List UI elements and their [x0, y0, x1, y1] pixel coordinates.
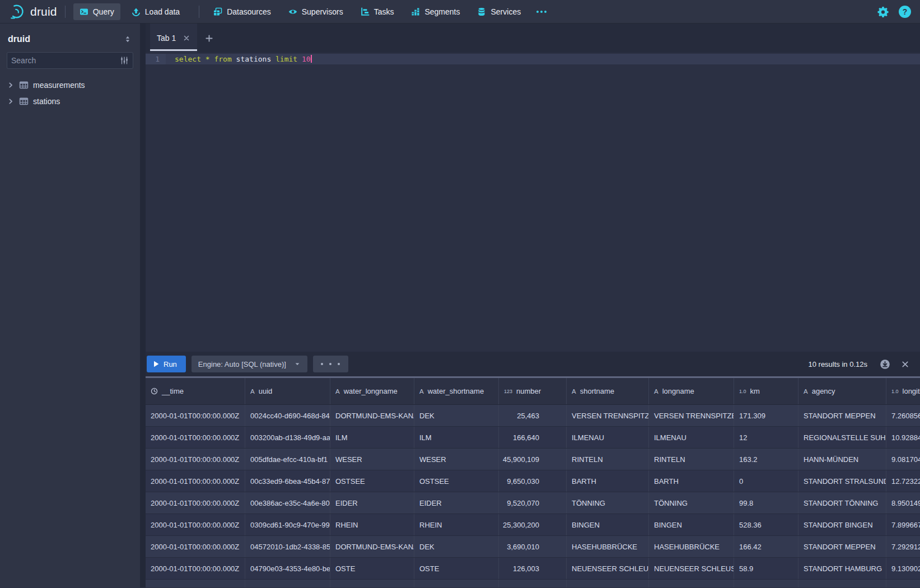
- column-header-number[interactable]: 123number: [499, 378, 567, 404]
- table-cell[interactable]: RHEIN: [330, 514, 414, 535]
- table-cell[interactable]: BINGEN: [649, 514, 734, 535]
- engine-select-button[interactable]: Engine: Auto [SQL (native)]: [192, 356, 307, 372]
- table-cell[interactable]: TÖNNING: [567, 492, 649, 514]
- column-header-shortname[interactable]: Ashortname: [567, 378, 649, 404]
- nav-item-supervisors[interactable]: Supervisors: [282, 3, 349, 20]
- chevron-right-icon[interactable]: [7, 97, 15, 105]
- table-cell[interactable]: HASEHUBBRÜCKE: [567, 536, 649, 557]
- table-cell[interactable]: DEK: [414, 405, 499, 426]
- table-cell[interactable]: 005dfdae-efcc-410a-bf1: [245, 449, 330, 470]
- table-cell[interactable]: [414, 580, 499, 587]
- nav-item-datasources[interactable]: Datasources: [207, 3, 277, 20]
- nav-item-tasks[interactable]: Tasks: [354, 3, 400, 20]
- column-header-longitude[interactable]: 1.0longitude: [886, 378, 920, 404]
- table-cell[interactable]: 58.9: [734, 558, 798, 579]
- table-cell[interactable]: EIDER: [414, 492, 499, 514]
- run-button[interactable]: Run: [147, 356, 186, 372]
- nav-item-services[interactable]: Services: [471, 3, 527, 20]
- table-cell[interactable]: WESER: [414, 449, 499, 470]
- column-header-uuid[interactable]: Auuid: [245, 378, 330, 404]
- table-cell[interactable]: 12.723226: [886, 470, 920, 492]
- table-cell[interactable]: RHEIN: [414, 514, 499, 535]
- query-more-button[interactable]: [313, 356, 348, 372]
- table-cell[interactable]: 2000-01-01T00:00:00.000Z: [146, 514, 245, 535]
- table-cell[interactable]: DORTMUND-EMS-KANAL: [330, 405, 414, 426]
- nav-item-segments[interactable]: Segments: [405, 3, 466, 20]
- table-cell[interactable]: RINTELN: [567, 449, 649, 470]
- table-cell[interactable]: 2000-01-01T00:00:00.000Z: [146, 405, 245, 426]
- table-cell[interactable]: ILM: [330, 427, 414, 448]
- table-cell[interactable]: TÖNNING: [649, 492, 734, 514]
- column-header-agency[interactable]: Aagency: [798, 378, 886, 404]
- search-input[interactable]: [11, 56, 120, 65]
- tab-tab-1[interactable]: Tab 1: [150, 24, 197, 53]
- table-cell[interactable]: OSTSEE: [414, 470, 499, 492]
- table-cell[interactable]: 0: [734, 470, 798, 492]
- table-cell[interactable]: 528.36: [734, 514, 798, 535]
- nav-more-button[interactable]: [532, 11, 551, 13]
- table-cell[interactable]: 45,900,109: [499, 449, 567, 470]
- table-cell[interactable]: 7.899667: [886, 514, 920, 535]
- table-cell[interactable]: OSTSEE: [330, 470, 414, 492]
- column-header-longname[interactable]: Alongname: [649, 378, 734, 404]
- table-cell[interactable]: OSTE: [330, 558, 414, 579]
- table-cell[interactable]: [567, 580, 649, 587]
- table-cell[interactable]: 166.42: [734, 536, 798, 557]
- table-cell[interactable]: OSTE: [414, 558, 499, 579]
- table-cell[interactable]: BINGEN: [567, 514, 649, 535]
- table-cell[interactable]: 171.309: [734, 405, 798, 426]
- table-cell[interactable]: [798, 580, 886, 587]
- table-cell[interactable]: [146, 580, 245, 587]
- table-cell[interactable]: 2000-01-01T00:00:00.000Z: [146, 558, 245, 579]
- table-cell[interactable]: 00e386ac-e35c-4a6e-80: [245, 492, 330, 514]
- table-cell[interactable]: EIDER: [330, 492, 414, 514]
- table-cell[interactable]: [499, 580, 567, 587]
- table-cell[interactable]: [886, 580, 920, 587]
- table-cell[interactable]: BARTH: [567, 470, 649, 492]
- table-cell[interactable]: 2000-01-01T00:00:00.000Z: [146, 470, 245, 492]
- table-cell[interactable]: 003200ab-d138-49d9-aa: [245, 427, 330, 448]
- close-results-button[interactable]: [898, 357, 912, 371]
- table-cell[interactable]: [734, 580, 798, 587]
- table-cell[interactable]: ILM: [414, 427, 499, 448]
- table-cell[interactable]: HANN-MÜNDEN: [798, 449, 886, 470]
- table-cell[interactable]: [649, 580, 734, 587]
- table-cell[interactable]: 9,650,030: [499, 470, 567, 492]
- table-cell[interactable]: 04572010-1db2-4338-85: [245, 536, 330, 557]
- table-cell[interactable]: 7.292912: [886, 536, 920, 557]
- table-cell[interactable]: [245, 580, 330, 587]
- table-cell[interactable]: STANDORT HAMBURG: [798, 558, 886, 579]
- table-cell[interactable]: 2000-01-01T00:00:00.000Z: [146, 536, 245, 557]
- sidebar-resize-handle[interactable]: [140, 24, 146, 587]
- table-cell[interactable]: 04790e03-4353-4e80-be: [245, 558, 330, 579]
- table-cell[interactable]: WESER: [330, 449, 414, 470]
- table-cell[interactable]: STANDORT MEPPEN: [798, 405, 886, 426]
- table-cell[interactable]: STANDORT MEPPEN: [798, 536, 886, 557]
- tab-close-button[interactable]: [183, 34, 190, 42]
- nav-item-load-data[interactable]: Load data: [125, 3, 186, 20]
- column-header-water_longname[interactable]: Awater_longname: [330, 378, 414, 404]
- table-cell[interactable]: STANDORT TÖNNING: [798, 492, 886, 514]
- table-cell[interactable]: 9.130902: [886, 558, 920, 579]
- chevron-right-icon[interactable]: [7, 81, 15, 89]
- add-tab-button[interactable]: [197, 24, 221, 53]
- table-cell[interactable]: 0309cd61-90c9-470e-99: [245, 514, 330, 535]
- sql-editor[interactable]: 1 select * from stations limit 10: [146, 53, 920, 352]
- table-cell[interactable]: 8.950149: [886, 492, 920, 514]
- table-cell[interactable]: 2000-01-01T00:00:00.000Z: [146, 492, 245, 514]
- help-icon[interactable]: ?: [899, 6, 911, 18]
- table-cell[interactable]: ILMENAU: [649, 427, 734, 448]
- download-results-button[interactable]: [877, 357, 892, 371]
- table-cell[interactable]: RINTELN: [649, 449, 734, 470]
- nav-item-query[interactable]: Query: [73, 3, 120, 20]
- table-cell[interactable]: DEK: [414, 536, 499, 557]
- table-cell[interactable]: HASEHUBBRÜCKE: [649, 536, 734, 557]
- table-cell[interactable]: BARTH: [649, 470, 734, 492]
- tree-item-measurements[interactable]: measurements: [0, 77, 140, 93]
- table-cell[interactable]: ILMENAU: [567, 427, 649, 448]
- table-cell[interactable]: 126,003: [499, 558, 567, 579]
- table-cell[interactable]: [330, 580, 414, 587]
- table-cell[interactable]: 9.081704: [886, 449, 920, 470]
- table-cell[interactable]: DORTMUND-EMS-KANAL: [330, 536, 414, 557]
- table-cell[interactable]: 2000-01-01T00:00:00.000Z: [146, 449, 245, 470]
